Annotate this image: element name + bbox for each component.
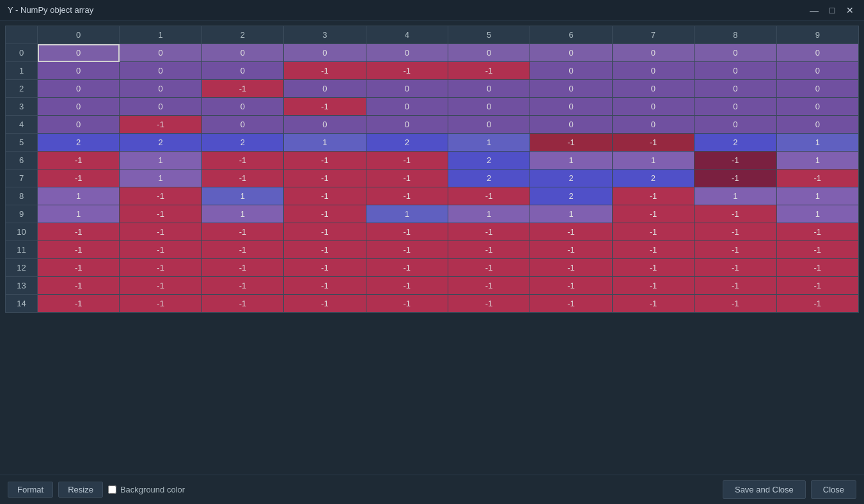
table-cell[interactable]: -1 bbox=[612, 277, 694, 295]
table-cell[interactable]: -1 bbox=[284, 205, 366, 223]
table-cell[interactable]: -1 bbox=[366, 241, 448, 259]
table-cell[interactable]: -1 bbox=[120, 116, 201, 134]
table-cell[interactable]: -1 bbox=[284, 277, 366, 295]
table-cell[interactable]: -1 bbox=[448, 295, 530, 313]
table-cell[interactable]: 0 bbox=[612, 62, 694, 80]
table-cell[interactable]: 0 bbox=[776, 116, 858, 134]
table-cell[interactable]: -1 bbox=[284, 223, 366, 241]
table-cell[interactable]: -1 bbox=[38, 241, 120, 259]
table-cell[interactable]: 2 bbox=[448, 169, 530, 187]
table-cell[interactable]: 0 bbox=[530, 116, 612, 134]
table-cell[interactable]: -1 bbox=[448, 62, 530, 80]
table-cell[interactable]: 1 bbox=[201, 205, 283, 223]
table-cell[interactable]: -1 bbox=[201, 152, 283, 169]
table-cell[interactable]: 1 bbox=[448, 134, 530, 152]
table-cell[interactable]: 0 bbox=[448, 80, 530, 98]
table-cell[interactable]: 1 bbox=[120, 152, 201, 169]
table-cell[interactable]: 0 bbox=[695, 62, 776, 80]
table-cell[interactable]: 2 bbox=[366, 134, 448, 152]
table-cell[interactable]: 0 bbox=[284, 44, 366, 62]
table-cell[interactable]: 2 bbox=[612, 169, 694, 187]
table-cell[interactable]: 0 bbox=[120, 98, 201, 116]
table-cell[interactable]: -1 bbox=[366, 187, 448, 205]
table-cell[interactable]: 0 bbox=[38, 80, 120, 98]
minimize-button[interactable]: — bbox=[808, 5, 821, 15]
table-cell[interactable]: 0 bbox=[612, 98, 694, 116]
table-cell[interactable]: -1 bbox=[120, 241, 201, 259]
table-cell[interactable]: 0 bbox=[120, 80, 201, 98]
table-cell[interactable]: 1 bbox=[448, 205, 530, 223]
table-cell[interactable]: 0 bbox=[612, 44, 694, 62]
table-cell[interactable]: -1 bbox=[530, 223, 612, 241]
table-cell[interactable]: -1 bbox=[201, 80, 283, 98]
table-cell[interactable]: 2 bbox=[530, 187, 612, 205]
table-cell[interactable]: 0 bbox=[448, 116, 530, 134]
table-cell[interactable]: -1 bbox=[201, 169, 283, 187]
table-cell[interactable]: -1 bbox=[284, 259, 366, 277]
format-button[interactable]: Format bbox=[8, 482, 53, 498]
table-cell[interactable]: 0 bbox=[695, 98, 776, 116]
table-cell[interactable]: -1 bbox=[530, 134, 612, 152]
table-cell[interactable]: 1 bbox=[776, 152, 858, 169]
table-cell[interactable]: 1 bbox=[695, 187, 776, 205]
table-cell[interactable]: -1 bbox=[201, 223, 283, 241]
table-cell[interactable]: 0 bbox=[366, 98, 448, 116]
table-cell[interactable]: -1 bbox=[695, 295, 776, 313]
table-cell[interactable]: -1 bbox=[284, 187, 366, 205]
table-cell[interactable]: 1 bbox=[530, 205, 612, 223]
table-cell[interactable]: 0 bbox=[776, 44, 858, 62]
table-cell[interactable]: 2 bbox=[695, 134, 776, 152]
table-cell[interactable]: -1 bbox=[695, 152, 776, 169]
table-cell[interactable]: 0 bbox=[38, 98, 120, 116]
table-cell[interactable]: -1 bbox=[38, 152, 120, 169]
table-cell[interactable]: 1 bbox=[284, 134, 366, 152]
table-cell[interactable]: 0 bbox=[201, 62, 283, 80]
table-cell[interactable]: 1 bbox=[530, 152, 612, 169]
save-close-button[interactable]: Save and Close bbox=[723, 480, 806, 499]
table-cell[interactable]: -1 bbox=[366, 295, 448, 313]
table-cell[interactable]: -1 bbox=[284, 241, 366, 259]
table-cell[interactable]: -1 bbox=[448, 187, 530, 205]
table-cell[interactable]: -1 bbox=[120, 277, 201, 295]
table-cell[interactable]: -1 bbox=[612, 259, 694, 277]
table-cell[interactable]: 1 bbox=[38, 187, 120, 205]
table-cell[interactable]: 0 bbox=[695, 44, 776, 62]
table-cell[interactable]: 0 bbox=[366, 116, 448, 134]
table-cell[interactable]: -1 bbox=[448, 259, 530, 277]
table-cell[interactable]: 0 bbox=[201, 116, 283, 134]
table-cell[interactable]: 0 bbox=[695, 116, 776, 134]
bgcolor-checkbox[interactable] bbox=[108, 485, 116, 494]
table-cell[interactable]: -1 bbox=[776, 169, 858, 187]
table-cell[interactable]: -1 bbox=[366, 62, 448, 80]
table-cell[interactable]: -1 bbox=[120, 295, 201, 313]
table-cell[interactable]: -1 bbox=[366, 259, 448, 277]
table-cell[interactable]: -1 bbox=[530, 295, 612, 313]
table-cell[interactable]: -1 bbox=[201, 277, 283, 295]
close-window-button[interactable]: ✕ bbox=[844, 5, 856, 15]
table-cell[interactable]: -1 bbox=[612, 223, 694, 241]
table-cell[interactable]: 1 bbox=[120, 169, 201, 187]
table-cell[interactable]: 2 bbox=[530, 169, 612, 187]
table-cell[interactable]: -1 bbox=[284, 62, 366, 80]
table-cell[interactable]: 0 bbox=[284, 80, 366, 98]
table-cell[interactable]: 0 bbox=[612, 116, 694, 134]
table-cell[interactable]: -1 bbox=[38, 223, 120, 241]
table-cell[interactable]: 0 bbox=[201, 98, 283, 116]
table-cell[interactable]: -1 bbox=[695, 223, 776, 241]
table-cell[interactable]: 0 bbox=[612, 80, 694, 98]
table-cell[interactable]: -1 bbox=[284, 169, 366, 187]
table-cell[interactable]: 0 bbox=[366, 44, 448, 62]
table-cell[interactable]: -1 bbox=[776, 277, 858, 295]
table-cell[interactable]: -1 bbox=[612, 205, 694, 223]
table-cell[interactable]: 0 bbox=[366, 80, 448, 98]
table-cell[interactable]: 2 bbox=[201, 134, 283, 152]
table-cell[interactable]: 1 bbox=[38, 205, 120, 223]
table-cell[interactable]: -1 bbox=[448, 223, 530, 241]
table-cell[interactable]: 0 bbox=[695, 80, 776, 98]
table-cell[interactable]: -1 bbox=[201, 241, 283, 259]
table-cell[interactable]: 0 bbox=[530, 44, 612, 62]
table-cell[interactable]: -1 bbox=[695, 259, 776, 277]
table-cell[interactable]: 0 bbox=[38, 116, 120, 134]
table-cell[interactable]: -1 bbox=[530, 259, 612, 277]
table-cell[interactable]: -1 bbox=[612, 187, 694, 205]
